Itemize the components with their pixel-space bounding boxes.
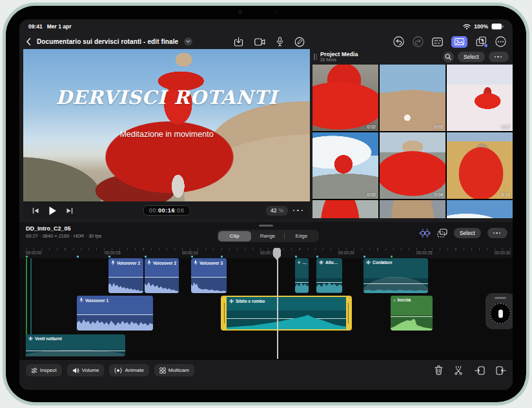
timeline-clip[interactable]: ♪Inerzia: [391, 296, 433, 331]
timeline-clip-info: 00:27 · 3840 × 2160 · HDR · 30 fps: [26, 233, 101, 239]
media-more-button[interactable]: [489, 52, 509, 62]
clip-label: …: [303, 260, 307, 265]
connect-clips-icon[interactable]: [419, 229, 431, 238]
split-clip-icon[interactable]: [454, 365, 464, 375]
skip-forward-icon[interactable]: [66, 207, 73, 214]
undo-icon[interactable]: [393, 36, 404, 47]
playhead[interactable]: [277, 248, 278, 359]
zoom-value: 42: [271, 207, 276, 214]
media-browser-icon[interactable]: [451, 36, 467, 48]
battery-icon: [491, 23, 504, 30]
clip-marker: [145, 256, 147, 258]
back-button[interactable]: [26, 37, 31, 46]
media-item[interactable]: 0:02: [312, 65, 378, 131]
trim-handle-right[interactable]: [346, 297, 351, 329]
clip-duration: 0:02: [501, 125, 510, 129]
media-panel-count: 26 Items: [320, 57, 358, 63]
zoom-level-button[interactable]: 42%: [266, 206, 288, 216]
clip-duration: 0:02: [367, 125, 376, 129]
media-item[interactable]: 0:04: [380, 132, 445, 199]
media-item[interactable]: 0:02: [312, 132, 378, 199]
media-item[interactable]: [447, 200, 513, 218]
timeline-clip[interactable]: Venti notturni: [26, 334, 125, 356]
transport-bar: 00:00:16:08 42%: [23, 201, 310, 219]
inspect-button[interactable]: Inspect: [26, 364, 62, 376]
clip-marker: [191, 256, 193, 258]
media-select-button[interactable]: Select: [458, 52, 485, 62]
clip-label: Contatore: [373, 260, 393, 265]
clip-label: Voiceover 3: [200, 261, 223, 265]
button-label: Animate: [125, 367, 143, 373]
edit-mode-segmented-control: Clip Range Edge: [217, 230, 319, 242]
mode-clip[interactable]: Clip: [218, 231, 251, 241]
title-menu-button[interactable]: [184, 37, 192, 46]
export-icon[interactable]: [234, 37, 243, 47]
button-label: Inspect: [40, 367, 57, 373]
clip-label: Voiceover 1: [85, 298, 108, 303]
timeline-clip[interactable]: …: [295, 258, 309, 293]
trim-handle-left[interactable]: [222, 297, 227, 329]
redo-icon[interactable]: [413, 36, 424, 47]
inspector-panel-icon[interactable]: [432, 37, 443, 46]
mic-icon[interactable]: [276, 37, 283, 46]
timeline-ruler[interactable]: 00:00:00 00:00:05 00:00:10 00:00:15 00:0…: [19, 248, 513, 259]
timeline-drag-handle[interactable]: [259, 225, 273, 227]
insert-clip-icon[interactable]: [475, 366, 485, 375]
animate-button[interactable]: Animate: [109, 364, 148, 376]
media-item[interactable]: 0:03: [380, 65, 445, 131]
more-icon[interactable]: [495, 36, 506, 47]
jog-wheel-dial[interactable]: [490, 303, 511, 324]
timeline-clip-selected[interactable]: Sibilo e rombo: [221, 296, 352, 331]
timecode-frames: :08: [175, 207, 184, 214]
timecode-seconds: 00:16: [158, 207, 175, 214]
jog-wheel[interactable]: [486, 293, 513, 329]
timeline-select-button[interactable]: Select: [454, 228, 481, 238]
timeline-more-button[interactable]: [487, 228, 508, 238]
video-subtitle-overlay: Meditazione in movimento: [23, 130, 310, 139]
jog-wheel-pointer: [498, 309, 503, 318]
date: Mer 1 apr: [47, 23, 72, 30]
timeline-clip[interactable]: Voiceover 3: [191, 258, 227, 293]
play-icon[interactable]: [48, 206, 57, 216]
ruler-label: 00:00:30: [495, 250, 511, 255]
clip-marker: [77, 256, 79, 258]
volume-button[interactable]: Volume: [67, 364, 105, 376]
timeline-clip[interactable]: Voiceover 2: [108, 258, 143, 293]
search-icon[interactable]: [443, 52, 454, 63]
project-title: Documentario sui dervisci rotanti - edit…: [37, 38, 178, 45]
clip-label: Inerzia: [398, 298, 411, 302]
ipad-screen: 09:41 Mer 1 apr 100% Documentario sui de…: [19, 19, 513, 390]
media-item[interactable]: 0:02: [447, 65, 513, 131]
timeline-clip[interactable]: Contatore: [363, 258, 428, 293]
timeline-tracks[interactable]: Voiceover 2 Voiceover 2 Voiceover 3 …: [19, 258, 513, 359]
pencil-icon[interactable]: [294, 37, 305, 47]
camera-icon[interactable]: [254, 38, 265, 46]
clip-marker: [363, 256, 365, 258]
media-grid: 0:02 0:03 0:02 0:02 0:04 0:10: [312, 65, 513, 218]
effects-icon[interactable]: [476, 36, 487, 47]
ruler-label: 00:00:10: [182, 250, 198, 255]
media-item[interactable]: 0:10: [447, 132, 513, 199]
panel-drag-handle[interactable]: [314, 54, 317, 60]
media-item[interactable]: [380, 200, 445, 218]
clip-label: Venti notturni: [35, 336, 62, 341]
jog-wheel-handle[interactable]: [495, 297, 506, 299]
clip-label: Voiceover 2: [117, 261, 140, 265]
viewer-more-button[interactable]: [293, 210, 305, 212]
overwrite-clip-icon[interactable]: [496, 366, 506, 375]
timeline-clip[interactable]: Alto…: [316, 258, 342, 293]
mode-edge[interactable]: Edge: [285, 231, 318, 241]
mode-range[interactable]: Range: [251, 231, 284, 241]
timeline-clip[interactable]: Voiceover 2: [145, 258, 179, 293]
timeline-clip[interactable]: Voiceover 1: [77, 296, 153, 331]
skip-back-icon[interactable]: [32, 207, 39, 214]
timecode[interactable]: 00:00:16:08: [143, 205, 190, 216]
viewer: DERVISCI ROTANTI Meditazione in moviment…: [23, 49, 310, 201]
multicam-button[interactable]: Multicam: [154, 364, 194, 376]
overlay-clip-icon[interactable]: [437, 229, 447, 238]
trash-icon[interactable]: [435, 365, 443, 375]
clip-marker: [295, 256, 297, 258]
media-item[interactable]: [312, 200, 378, 218]
ruler-label: 00:00:00: [26, 250, 42, 255]
button-label: Multicam: [169, 367, 189, 373]
